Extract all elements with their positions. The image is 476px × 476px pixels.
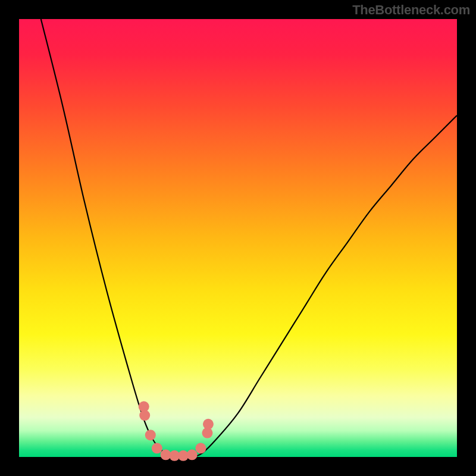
plot-background [19,19,457,457]
data-marker [187,449,198,460]
watermark-text: TheBottleneck.com [352,2,470,18]
data-marker [139,410,150,421]
data-marker [203,419,214,430]
data-marker [145,430,156,440]
chart-canvas [0,0,476,476]
data-marker [195,443,206,453]
chart-frame: TheBottleneck.com [0,0,476,476]
data-marker [152,443,162,453]
